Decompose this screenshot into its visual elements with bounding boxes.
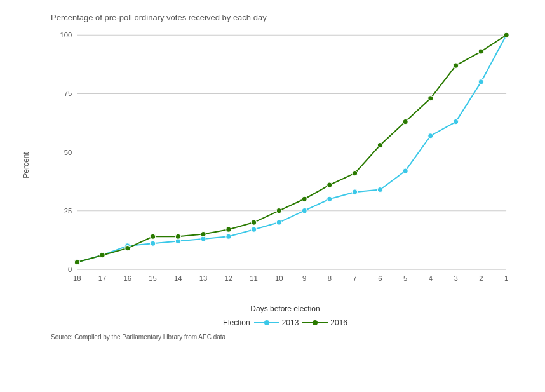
svg-text:16: 16 — [124, 274, 132, 282]
legend-item-2013: 2013 — [254, 318, 299, 327]
svg-text:18: 18 — [73, 274, 81, 282]
source-text: Source: Compiled by the Parliamentary Li… — [51, 334, 526, 341]
svg-text:75: 75 — [64, 90, 72, 97]
svg-point-35 — [226, 234, 231, 239]
svg-text:3: 3 — [454, 274, 457, 282]
svg-point-59 — [377, 142, 382, 147]
main-chart-svg: 0255075100181716151413121110987654321 — [44, 29, 526, 302]
svg-text:100: 100 — [60, 31, 72, 39]
chart-area: Percent 02550751001817161514131211109876… — [44, 29, 526, 302]
svg-point-51 — [175, 234, 180, 239]
legend-label: Election — [223, 318, 250, 327]
legend-2016-label: 2016 — [330, 318, 347, 327]
svg-point-45 — [478, 79, 483, 84]
svg-point-57 — [327, 182, 332, 187]
legend-2013-label: 2013 — [282, 318, 299, 327]
svg-point-44 — [454, 119, 459, 125]
svg-point-49 — [125, 246, 130, 251]
x-axis-label: Days before election — [44, 304, 526, 313]
svg-point-39 — [327, 196, 332, 201]
svg-point-64 — [504, 32, 509, 37]
svg-point-38 — [302, 208, 307, 213]
svg-text:5: 5 — [403, 274, 407, 282]
svg-text:0: 0 — [68, 266, 72, 273]
y-axis-label: Percent — [22, 152, 30, 178]
svg-point-36 — [252, 227, 257, 232]
svg-text:13: 13 — [199, 274, 208, 282]
svg-point-48 — [100, 253, 105, 258]
svg-text:8: 8 — [328, 274, 332, 282]
svg-point-47 — [74, 260, 79, 265]
svg-point-42 — [403, 168, 408, 173]
svg-text:15: 15 — [149, 274, 157, 282]
svg-point-61 — [428, 96, 433, 101]
svg-text:2: 2 — [479, 274, 483, 282]
svg-text:10: 10 — [275, 274, 283, 282]
svg-point-32 — [151, 241, 156, 246]
svg-text:11: 11 — [250, 274, 258, 282]
svg-text:7: 7 — [353, 274, 356, 282]
svg-point-37 — [276, 220, 281, 225]
svg-text:50: 50 — [64, 149, 72, 156]
svg-point-62 — [454, 63, 459, 68]
svg-text:6: 6 — [378, 274, 382, 282]
chart-title: Percentage of pre-poll ordinary votes re… — [51, 13, 526, 22]
svg-point-56 — [302, 196, 307, 201]
legend: Election 2013 2016 — [44, 318, 526, 327]
svg-point-54 — [252, 220, 257, 225]
legend-item-2016: 2016 — [302, 318, 347, 327]
svg-text:17: 17 — [98, 274, 107, 282]
svg-point-43 — [428, 133, 433, 139]
svg-point-55 — [276, 208, 281, 213]
svg-point-58 — [353, 171, 358, 176]
svg-text:9: 9 — [302, 274, 306, 282]
svg-text:12: 12 — [225, 274, 233, 282]
svg-text:25: 25 — [64, 207, 72, 215]
chart-container: Percentage of pre-poll ordinary votes re… — [0, 0, 545, 392]
svg-point-50 — [151, 234, 156, 239]
svg-text:14: 14 — [174, 274, 182, 282]
svg-point-60 — [403, 119, 408, 125]
svg-point-52 — [201, 231, 206, 236]
svg-point-53 — [226, 227, 231, 232]
svg-point-40 — [353, 189, 358, 194]
svg-point-41 — [377, 187, 382, 192]
svg-text:4: 4 — [429, 274, 433, 282]
svg-text:1: 1 — [504, 274, 508, 282]
svg-point-63 — [478, 49, 483, 54]
